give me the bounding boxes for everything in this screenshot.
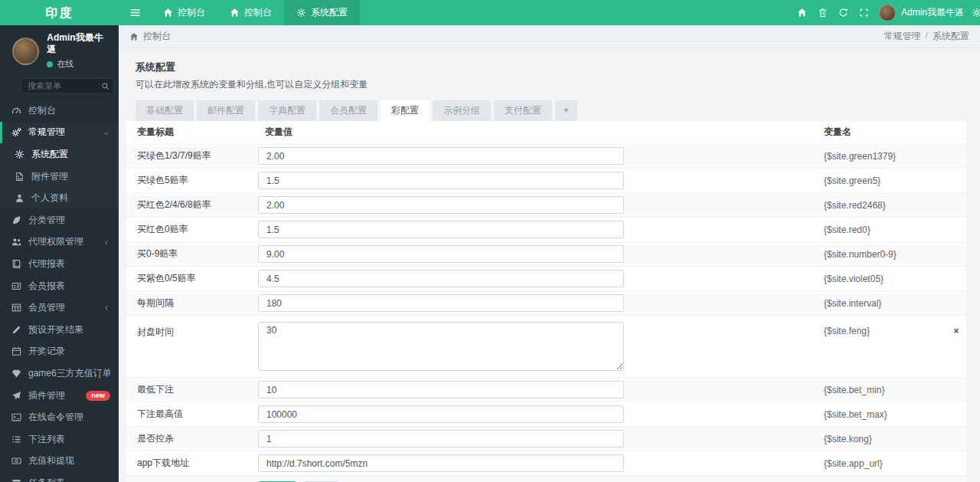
table-rows: 买绿色1/3/7/9赔率{$site.green1379}买绿色5赔率{$sit… (126, 144, 966, 476)
settings-edge-button[interactable] (972, 0, 980, 25)
sidebar-item-插件管理[interactable]: 插件管理new (0, 385, 119, 407)
sidebar-item-附件管理[interactable]: 附件管理 (0, 166, 119, 188)
panel-heading: 系统配置 可以在此增改系统的变量和分组,也可以自定义分组和变量 (126, 54, 966, 94)
tasks-icon (11, 478, 21, 482)
sidebar-item-开奖记录[interactable]: 开奖记录 (0, 341, 119, 363)
tab-彩配置[interactable]: 彩配置 (381, 100, 430, 121)
top-nav-tab[interactable]: 控制台 (217, 0, 284, 25)
cog-icon (15, 149, 24, 159)
breadcrumb-parent[interactable]: 常规管理 (884, 30, 921, 43)
variable-name: {$site.bet_max} (824, 409, 946, 420)
home-button[interactable] (792, 0, 812, 25)
header-actions: Admin我最牛逼 (792, 0, 980, 25)
gem-icon (11, 369, 21, 379)
config-row: app下载地址{$site.app_url} (126, 451, 966, 476)
top-nav-tab[interactable]: 系统配置 (284, 0, 360, 25)
variable-name: {$site.number0-9} (824, 249, 946, 260)
expand-button[interactable] (854, 0, 874, 25)
variable-value-textarea[interactable] (258, 322, 624, 371)
add-tab-button[interactable]: + (555, 100, 577, 121)
table-header: 变量标题 变量值 变量名 (126, 121, 966, 144)
search-icon[interactable] (96, 82, 113, 90)
idcard-icon (11, 281, 21, 291)
variable-value-input[interactable] (258, 221, 624, 238)
trash-icon (818, 8, 828, 18)
tab-示例分组[interactable]: 示例分组 (433, 100, 491, 121)
main-area: 控制台 常规管理 / 系统配置 系统配置 可以在此增改系统的变量和分组,也可以自… (119, 25, 980, 482)
sidebar-item-会员报表[interactable]: 会员报表 (0, 275, 119, 297)
variable-value-input[interactable] (258, 294, 624, 312)
variable-title: 封盘时间 (126, 316, 258, 339)
variable-title: 买绿色1/3/7/9赔率 (126, 149, 258, 162)
top-nav-tab[interactable]: 控制台 (151, 0, 217, 25)
variable-value-input[interactable] (258, 245, 624, 263)
sidebar-toggle-button[interactable] (119, 0, 151, 25)
config-row: 封盘时间{$site.feng}× (126, 316, 966, 378)
variable-title: 买红色2/4/6/8赔率 (126, 198, 258, 211)
sidebar-item-个人资料[interactable]: 个人资料 (0, 187, 119, 209)
sidebar-item-控制台[interactable]: 控制台 (0, 100, 119, 122)
avatar[interactable] (12, 38, 39, 65)
app-logo[interactable]: 印度 (0, 0, 119, 25)
user-dropdown[interactable]: Admin我最牛逼 (874, 5, 972, 21)
terminal-icon (11, 412, 21, 422)
breadcrumb[interactable]: 控制台 (129, 30, 171, 43)
variable-name: {$site.violet05} (824, 274, 946, 284)
config-tabs: 基础配置邮件配置字典配置会员配置彩配置示例分组支付配置+ (126, 94, 966, 121)
variable-value-input[interactable] (258, 196, 624, 214)
sidebar-item-系统配置[interactable]: 系统配置 (0, 143, 119, 166)
cog-icon (296, 8, 306, 18)
variable-name: {$site.green1379} (824, 151, 946, 162)
variable-title: 最低下注 (126, 383, 258, 396)
tab-会员配置[interactable]: 会员配置 (319, 100, 377, 121)
cogs-icon (11, 127, 21, 137)
variable-value-input[interactable] (258, 147, 624, 165)
rocket-icon (11, 391, 21, 401)
book-icon (11, 259, 21, 269)
breadcrumb-current: 系统配置 (933, 30, 969, 43)
sidebar-item-任务列表[interactable]: 任务列表 (0, 472, 119, 482)
variable-title: 下注最高值 (126, 408, 258, 421)
sidebar-item-game6三方充值订单[interactable]: game6三方充值订单 (0, 362, 119, 385)
variable-value-input[interactable] (258, 381, 624, 398)
sidebar-item-在线命令管理[interactable]: 在线命令管理 (0, 406, 119, 428)
tab-字典配置[interactable]: 字典配置 (258, 100, 316, 121)
refresh-button[interactable] (833, 0, 854, 25)
avatar (879, 5, 896, 21)
config-row: 最低下注{$site.bet_min} (126, 378, 966, 402)
variable-value-input[interactable] (258, 270, 624, 287)
variable-title: 买绿色5赔率 (126, 174, 258, 187)
sidebar-item-会员管理[interactable]: 会员管理 (0, 297, 119, 319)
sidebar-item-预设开奖结果[interactable]: 预设开奖结果 (0, 319, 119, 341)
user-status: 在线 (47, 58, 111, 70)
variable-value-input[interactable] (258, 405, 624, 423)
sidebar-item-代理权限管理[interactable]: 代理权限管理 (0, 231, 119, 254)
user-status-label: 在线 (57, 58, 74, 70)
sidebar-item-常规管理[interactable]: 常规管理 (0, 122, 119, 144)
variable-value-input[interactable] (258, 430, 624, 448)
sidebar-item-下注列表[interactable]: 下注列表 (0, 428, 119, 451)
content: 系统配置 可以在此增改系统的变量和分组,也可以自定义分组和变量 基础配置邮件配置… (119, 48, 980, 482)
page-subtitle: 可以在此增改系统的变量和分组,也可以自定义分组和变量 (136, 78, 957, 91)
menu-search-input[interactable] (21, 81, 96, 90)
tab-邮件配置[interactable]: 邮件配置 (197, 100, 255, 121)
tab-基础配置[interactable]: 基础配置 (136, 100, 194, 121)
variable-value-input[interactable] (258, 172, 624, 189)
variable-name: {$site.bet_min} (824, 385, 946, 395)
sidebar-item-充值和提现[interactable]: 充值和提现 (0, 451, 119, 473)
tab-支付配置[interactable]: 支付配置 (494, 100, 552, 121)
trash-button[interactable] (812, 0, 833, 25)
sidebar-item-代理报表[interactable]: 代理报表 (0, 253, 119, 275)
variable-title: 买紫色0/5赔率 (126, 272, 258, 285)
variable-value-input[interactable] (258, 454, 624, 472)
top-header: 印度 控制台控制台系统配置 Admin我最牛逼 (0, 0, 980, 25)
money-icon (11, 456, 21, 466)
variable-name: {$site.interval} (824, 298, 946, 309)
remove-variable-button[interactable]: × (946, 316, 966, 336)
header-action-icons (792, 0, 874, 25)
form-footer: 确定 重置 (126, 476, 966, 482)
sidebar-item-分类管理[interactable]: 分类管理 (0, 209, 119, 231)
breadcrumb-bar: 控制台 常规管理 / 系统配置 (119, 25, 980, 48)
config-row: 每期间隔{$site.interval} (126, 291, 966, 316)
col-header-name: 变量名 (824, 126, 946, 139)
